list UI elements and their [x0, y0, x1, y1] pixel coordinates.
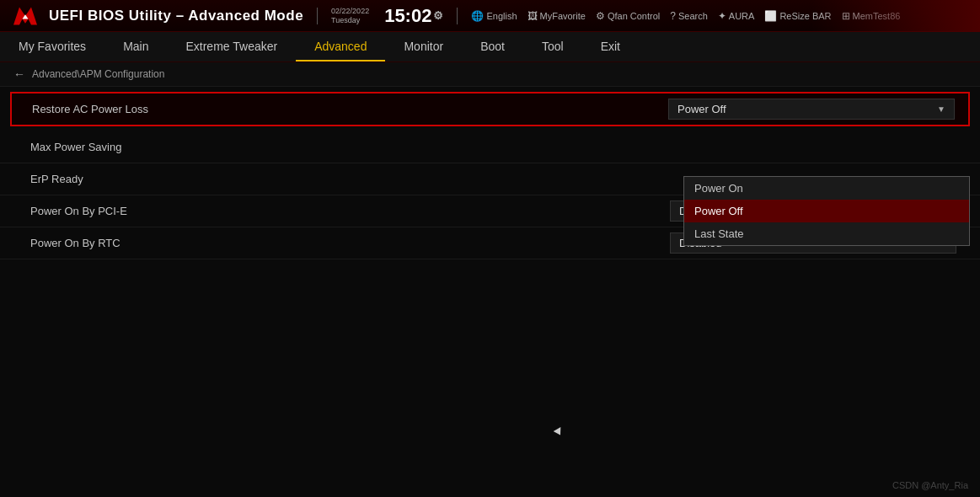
restore-ac-dropdown-arrow: ▼	[937, 104, 945, 114]
tool-memtest-label: MemTest86	[853, 11, 901, 21]
tool-qfan[interactable]: ⚙ Qfan Control	[596, 10, 660, 22]
nav-my-favorites[interactable]: My Favorites	[0, 32, 104, 61]
dropdown-option-last-state[interactable]: Last State	[684, 222, 969, 245]
tool-aura-label: AURA	[729, 11, 755, 21]
tool-memtest[interactable]: ⊞ MemTest86	[842, 10, 901, 22]
tool-qfan-label: Qfan Control	[608, 11, 660, 21]
memtest-icon: ⊞	[842, 10, 850, 22]
search-help-icon: ?	[670, 10, 676, 22]
tool-myfavorite[interactable]: 🖼 MyFavorite	[527, 10, 586, 22]
settings-gear-icon[interactable]: ⚙	[433, 10, 443, 21]
tool-english[interactable]: 🌐 English	[471, 10, 517, 22]
restore-ac-label: Restore AC Power Loss	[25, 103, 668, 115]
datetime-date-line1: 02/22/2022	[331, 7, 369, 16]
setting-row-restore-ac[interactable]: Restore AC Power Loss Power Off ▼	[10, 92, 970, 126]
header-bar: UEFI BIOS Utility – Advanced Mode 02/22/…	[0, 0, 980, 32]
qfan-icon: ⚙	[596, 10, 605, 22]
header-separator-2	[457, 8, 458, 24]
dropdown-option-power-off[interactable]: Power Off	[684, 200, 969, 222]
datetime-date-line2: Tuesday	[331, 16, 369, 25]
tool-search-label: Search	[678, 11, 708, 21]
back-button[interactable]: ←	[13, 67, 25, 81]
nav-advanced[interactable]: Advanced	[296, 32, 385, 61]
datetime-time: 15:02 ⚙	[384, 7, 443, 25]
breadcrumb-path: Advanced\APM Configuration	[32, 68, 164, 80]
max-power-saving-label: Max Power Saving	[24, 141, 956, 153]
nav-main[interactable]: Main	[104, 32, 167, 61]
nav-tool[interactable]: Tool	[523, 32, 582, 61]
power-on-rtc-label: Power On By RTC	[24, 237, 670, 249]
aura-icon: ✦	[718, 10, 726, 22]
globe-icon: 🌐	[471, 10, 484, 22]
header-title: UEFI BIOS Utility – Advanced Mode	[49, 8, 303, 24]
nav-bar: My Favorites Main Extreme Tweaker Advanc…	[0, 32, 980, 62]
restore-ac-current-value: Power Off	[677, 103, 726, 115]
nav-exit[interactable]: Exit	[582, 32, 639, 61]
nav-extreme-tweaker[interactable]: Extreme Tweaker	[167, 32, 296, 61]
tool-myfavorite-label: MyFavorite	[540, 11, 586, 21]
content-area: Restore AC Power Loss Power Off ▼ Power …	[0, 92, 980, 259]
power-on-pcie-label: Power On By PCI-E	[24, 205, 670, 217]
nav-boot[interactable]: Boot	[462, 32, 523, 61]
resizebar-icon: ⬜	[764, 10, 777, 22]
tool-english-label: English	[486, 11, 517, 21]
nav-monitor[interactable]: Monitor	[385, 32, 462, 61]
datetime-block: 02/22/2022 Tuesday	[331, 7, 369, 25]
restore-ac-value[interactable]: Power Off ▼	[668, 99, 955, 120]
tool-aura[interactable]: ✦ AURA	[718, 10, 755, 22]
tool-resizebar-label: ReSize BAR	[779, 11, 831, 21]
watermark: CSDN @Anty_Ria	[892, 480, 968, 490]
breadcrumb-bar: ← Advanced\APM Configuration	[0, 62, 980, 87]
restore-ac-dropdown[interactable]: Power On Power Off Last State	[683, 176, 970, 246]
rog-logo	[10, 4, 40, 28]
header-tools: 🌐 English 🖼 MyFavorite ⚙ Qfan Control ? …	[471, 10, 900, 22]
tool-resizebar[interactable]: ⬜ ReSize BAR	[764, 10, 831, 22]
dropdown-option-power-on[interactable]: Power On	[684, 177, 969, 200]
setting-row-max-power-saving[interactable]: Max Power Saving	[0, 131, 980, 163]
myfavorite-icon: 🖼	[527, 10, 538, 22]
header-separator	[317, 8, 318, 24]
mouse-cursor	[554, 427, 565, 437]
tool-search[interactable]: ? Search	[670, 10, 708, 22]
